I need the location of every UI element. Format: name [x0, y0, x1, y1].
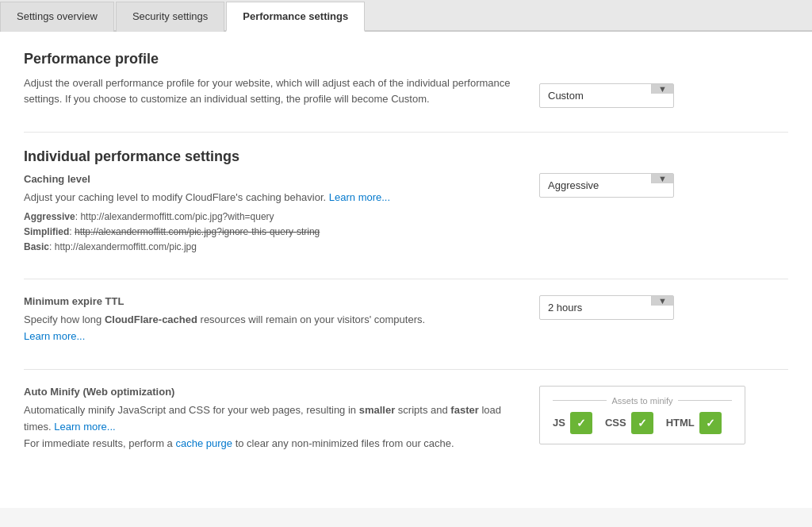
css-label: CSS	[605, 417, 626, 429]
profile-select-wrapper[interactable]: Off Conserving Standard Aggressive Custo…	[539, 83, 674, 108]
caching-level-desc: Caching level Adjust your caching level …	[24, 173, 515, 255]
profile-description: Adjust the overall performance profile f…	[24, 75, 515, 106]
caching-learn-more-link[interactable]: Learn more...	[329, 191, 390, 203]
cache-purge-after: to clear any non-minimized files from ou…	[232, 437, 454, 449]
caching-simplified-line: Simplified: http://alexandermoffitt.com/…	[24, 225, 515, 240]
ttl-dropdown-arrow: ▼	[651, 296, 673, 306]
html-label: HTML	[666, 417, 695, 429]
caching-simplified-url: http://alexandermoffitt.com/pic.jpg?igno…	[75, 226, 320, 237]
caching-level-control: No Query String Ignore Query String Aggr…	[539, 173, 674, 198]
expire-ttl-control: 30 minutes 1 hour 2 hours 4 hours 8 hour…	[539, 295, 674, 320]
auto-minify-desc-part1: Automatically minify JavaScript and CSS …	[24, 404, 359, 416]
tab-bar: Settings overview Security settings Perf…	[0, 0, 812, 32]
profile-dropdown[interactable]: Off Conserving Standard Aggressive Custo…	[540, 84, 651, 107]
minify-learn-more-link[interactable]: Learn more...	[54, 421, 115, 433]
auto-minify-bold2: faster	[450, 404, 478, 416]
caching-aggressive-url: http://alexandermoffitt.com/pic.jpg?with…	[80, 211, 274, 222]
js-label: JS	[553, 417, 565, 429]
css-toggle-button[interactable]	[631, 412, 653, 434]
auto-minify-title: Auto Minify (Web optimization)	[24, 386, 515, 398]
expire-ttl-desc-part1: Specify how long	[24, 314, 105, 325]
caching-select-wrapper[interactable]: No Query String Ignore Query String Aggr…	[539, 173, 674, 198]
profile-desc-text: Adjust the overall performance profile f…	[24, 75, 515, 106]
profile-control: Off Conserving Standard Aggressive Custo…	[539, 83, 674, 108]
caching-simplified-label: Simplified	[24, 226, 69, 237]
ttl-select-wrapper[interactable]: 30 minutes 1 hour 2 hours 4 hours 8 hour…	[539, 295, 674, 320]
auto-minify-body: Automatically minify JavaScript and CSS …	[24, 402, 515, 452]
caching-aggressive-line: Aggressive: http://alexandermoffitt.com/…	[24, 210, 515, 225]
performance-profile-title: Performance profile	[24, 51, 788, 67]
expire-ttl-desc-part2: resources will remain on your visitors' …	[197, 314, 425, 325]
main-content: Performance profile Adjust the overall p…	[0, 32, 812, 508]
auto-minify-desc-part2: scripts and	[395, 404, 450, 416]
caching-level-title: Caching level	[24, 173, 515, 185]
cache-purge-link[interactable]: cache purge	[175, 437, 232, 449]
caching-level-desc-text: Adjust your caching level to modify Clou…	[24, 191, 326, 203]
tab-security-settings[interactable]: Security settings	[116, 2, 224, 32]
caching-basic-line: Basic: http://alexandermoffitt.com/pic.j…	[24, 240, 515, 255]
section-divider-1	[24, 132, 788, 133]
caching-dropdown-arrow: ▼	[651, 174, 673, 183]
auto-minify-bold1: smaller	[359, 404, 396, 416]
caching-dropdown[interactable]: No Query String Ignore Query String Aggr…	[540, 174, 651, 197]
expire-ttl-desc: Minimum expire TTL Specify how long Clou…	[24, 295, 515, 345]
profile-dropdown-arrow: ▼	[651, 84, 673, 94]
expire-ttl-desc-bold: CloudFlare-cached	[105, 314, 197, 325]
individual-settings-section: Individual performance settings Caching …	[24, 148, 788, 452]
auto-minify-control: Assets to minify JS CSS HTML	[539, 386, 745, 444]
caching-basic-url: http://alexandermoffitt.com/pic.jpg	[55, 241, 197, 252]
section-divider-3	[24, 369, 788, 370]
auto-minify-desc: Auto Minify (Web optimization) Automatic…	[24, 386, 515, 452]
auto-minify-row: Auto Minify (Web optimization) Automatic…	[24, 386, 788, 452]
performance-profile-section: Performance profile Adjust the overall p…	[24, 51, 788, 108]
ttl-learn-more-link[interactable]: Learn more...	[24, 330, 85, 342]
html-minify-group: HTML	[666, 412, 722, 434]
caching-urls: Aggressive: http://alexandermoffitt.com/…	[24, 210, 515, 256]
html-toggle-button[interactable]	[699, 412, 722, 434]
js-toggle-button[interactable]	[570, 412, 592, 434]
section-divider-2	[24, 279, 788, 279]
tab-settings-overview[interactable]: Settings overview	[0, 2, 114, 32]
expire-ttl-title: Minimum expire TTL	[24, 295, 515, 307]
assets-label: Assets to minify	[553, 396, 732, 406]
assets-container: Assets to minify JS CSS HTML	[539, 386, 745, 444]
js-minify-group: JS	[553, 412, 592, 434]
ttl-dropdown[interactable]: 30 minutes 1 hour 2 hours 4 hours 8 hour…	[540, 296, 651, 319]
individual-settings-title: Individual performance settings	[24, 148, 788, 165]
caching-level-row: Caching level Adjust your caching level …	[24, 173, 788, 255]
tab-performance-settings[interactable]: Performance settings	[226, 2, 365, 32]
css-minify-group: CSS	[605, 412, 653, 434]
profile-row: Adjust the overall performance profile f…	[24, 75, 788, 108]
caching-level-body: Adjust your caching level to modify Clou…	[24, 190, 515, 206]
cache-purge-text: For immediate results, perform a	[24, 437, 175, 449]
expire-ttl-body: Specify how long CloudFlare-cached resou…	[24, 312, 515, 345]
caching-aggressive-label: Aggressive	[24, 211, 75, 222]
caching-basic-label: Basic	[24, 241, 49, 252]
minify-controls: JS CSS HTML	[553, 412, 732, 434]
expire-ttl-row: Minimum expire TTL Specify how long Clou…	[24, 295, 788, 345]
